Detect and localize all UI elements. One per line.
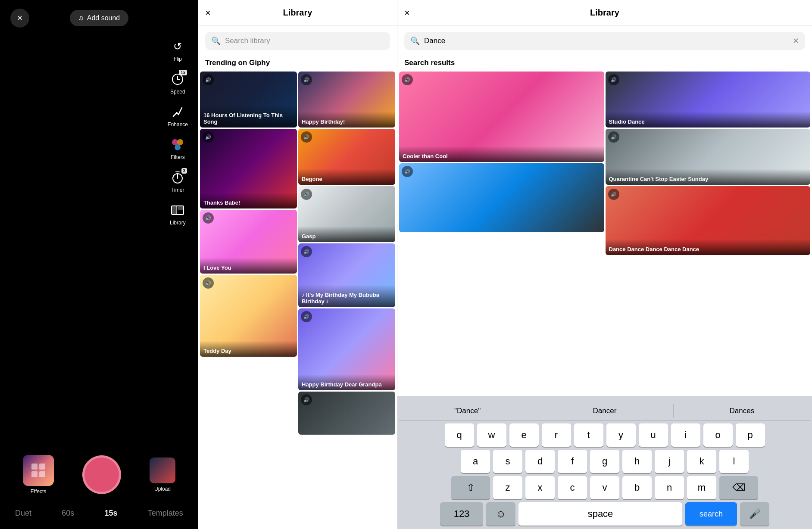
space-key[interactable]: space <box>518 502 682 526</box>
middle-search-bar[interactable]: 🔍 Search library <box>205 32 390 50</box>
add-sound-label: Add sound <box>87 14 120 22</box>
key-p[interactable]: p <box>736 423 765 447</box>
key-k[interactable]: k <box>687 450 716 473</box>
record-button[interactable] <box>82 455 121 494</box>
key-v[interactable]: v <box>590 476 619 499</box>
main-close-button[interactable]: × <box>10 9 29 28</box>
60s-tab[interactable]: 60s <box>57 506 78 520</box>
key-x[interactable]: x <box>525 476 555 499</box>
suggestion-dances[interactable]: Dances <box>674 404 810 418</box>
add-sound-button[interactable]: ♫ Add sound <box>70 10 129 26</box>
gif-thanks[interactable]: 🔊 Thanks Babe! <box>200 129 297 208</box>
result-dance2[interactable]: 🔊 Dance Dance Dance Dance Dance <box>606 186 811 255</box>
templates-tab[interactable]: Templates <box>144 506 187 520</box>
library-tool[interactable]: Library <box>167 198 188 230</box>
emoji-key[interactable]: ☺ <box>486 502 515 526</box>
gif-love[interactable]: 🔊 I Love You <box>200 210 297 274</box>
suggestion-dance[interactable]: "Dance" <box>399 404 536 418</box>
15s-tab[interactable]: 15s <box>100 506 122 520</box>
upload-label: Upload <box>154 486 171 492</box>
key-c[interactable]: c <box>558 476 587 499</box>
gif-birthday[interactable]: 🔊 Happy Birthday! <box>298 72 395 128</box>
right-library-close[interactable]: × <box>404 7 410 19</box>
key-o[interactable]: o <box>703 423 733 447</box>
svg-rect-9 <box>31 464 37 470</box>
top-bar: × ♫ Add sound <box>0 0 198 36</box>
key-z[interactable]: z <box>493 476 522 499</box>
middle-library-header: × Library <box>198 0 397 26</box>
key-l[interactable]: l <box>719 450 749 473</box>
close-icon: × <box>17 12 23 24</box>
search-results-label: Search results <box>397 56 812 72</box>
right-library-header: × Library <box>397 0 812 26</box>
volume-icon-begone: 🔊 <box>301 131 312 143</box>
svg-point-2 <box>172 139 178 145</box>
key-r[interactable]: r <box>542 423 571 447</box>
timer-tool[interactable]: 3 Timer <box>167 165 188 197</box>
flip-icon: ↺ <box>170 39 185 54</box>
volume-icon-gasp: 🔊 <box>301 189 312 200</box>
flip-tool[interactable]: ↺ Flip <box>167 34 188 66</box>
bottom-controls: Effects Upload <box>0 455 198 495</box>
key-a[interactable]: a <box>461 450 490 473</box>
svg-point-3 <box>177 139 183 145</box>
microphone-key[interactable]: 🎤 <box>740 502 769 526</box>
key-u[interactable]: u <box>639 423 668 447</box>
right-search-bar[interactable]: 🔍 Dance ✕ <box>404 32 805 50</box>
suggestion-dancer[interactable]: Dancer <box>536 404 673 418</box>
gif-teddy[interactable]: 🔊 Teddy Day <box>200 275 297 357</box>
shift-key[interactable]: ⇧ <box>451 476 490 499</box>
numbers-key[interactable]: 123 <box>440 502 483 526</box>
result-quarantine[interactable]: 🔊 Quarantine Can't Stop Easter Sunday <box>606 129 811 185</box>
key-i[interactable]: i <box>671 423 700 447</box>
search-clear-button[interactable]: ✕ <box>793 36 799 46</box>
key-s[interactable]: s <box>493 450 522 473</box>
search-results-grid: 🔊 Cooler than Cool 🔊 🔊 Studio Dance <box>397 72 812 396</box>
upload-button[interactable]: Upload <box>150 457 175 492</box>
middle-library-close[interactable]: × <box>205 7 211 19</box>
gif-grandpa-label: Happy Birthday Dear Grandpa <box>298 374 395 390</box>
key-g[interactable]: g <box>590 450 619 473</box>
search-key[interactable]: search <box>685 502 737 526</box>
key-y[interactable]: y <box>606 423 636 447</box>
key-f[interactable]: f <box>558 450 587 473</box>
gif-grandpa[interactable]: 🔊 Happy Birthday Dear Grandpa <box>298 308 395 390</box>
svg-rect-7 <box>172 206 177 215</box>
gif-birthday-label: Happy Birthday! <box>298 112 395 128</box>
key-n[interactable]: n <box>655 476 684 499</box>
result-cooler[interactable]: 🔊 Cooler than Cool <box>399 72 604 162</box>
gif-teddy-label: Teddy Day <box>200 341 297 357</box>
key-e[interactable]: e <box>509 423 539 447</box>
key-t[interactable]: t <box>574 423 603 447</box>
key-j[interactable]: j <box>655 450 684 473</box>
key-h[interactable]: h <box>622 450 652 473</box>
gif-gasp[interactable]: 🔊 Gasp <box>298 186 395 242</box>
key-b[interactable]: b <box>622 476 652 499</box>
effects-button[interactable]: Effects <box>23 455 54 495</box>
svg-rect-10 <box>39 464 45 470</box>
enhance-tool[interactable]: Enhance <box>165 100 191 132</box>
gif-thank[interactable]: 🔊 <box>298 392 395 435</box>
result-studio[interactable]: 🔊 Studio Dance <box>606 72 811 128</box>
middle-search-input[interactable]: Search library <box>225 37 270 45</box>
gif-begone[interactable]: 🔊 Begone <box>298 129 395 185</box>
left-panel: × ♫ Add sound ↺ Flip 1x Speed <box>0 0 198 529</box>
result-quarantine-label: Quarantine Can't Stop Easter Sunday <box>606 169 811 185</box>
gif-jojo[interactable]: 🔊 16 Hours Of Listening To This Song <box>200 72 297 128</box>
key-w[interactable]: w <box>477 423 506 447</box>
gif-bday2[interactable]: 🔊 ♪ It's My Birthday My Bububa Birthday … <box>298 243 395 307</box>
key-m[interactable]: m <box>687 476 716 499</box>
middle-search-icon: 🔍 <box>211 36 221 46</box>
volume-icon-love: 🔊 <box>203 212 214 224</box>
right-search-input[interactable]: Dance <box>424 37 445 45</box>
duet-tab[interactable]: Duet <box>11 506 36 520</box>
volume-icon-birthday: 🔊 <box>301 74 312 85</box>
speed-tool[interactable]: 1x Speed <box>167 67 188 99</box>
timer-badge: 3 <box>181 168 187 174</box>
key-q[interactable]: q <box>445 423 474 447</box>
result-dancing[interactable]: 🔊 <box>399 163 604 232</box>
key-d[interactable]: d <box>525 450 555 473</box>
backspace-key[interactable]: ⌫ <box>719 476 758 499</box>
gif-column-1: 🔊 16 Hours Of Listening To This Song 🔊 T… <box>200 72 297 529</box>
filters-tool[interactable]: Filters <box>167 133 188 165</box>
